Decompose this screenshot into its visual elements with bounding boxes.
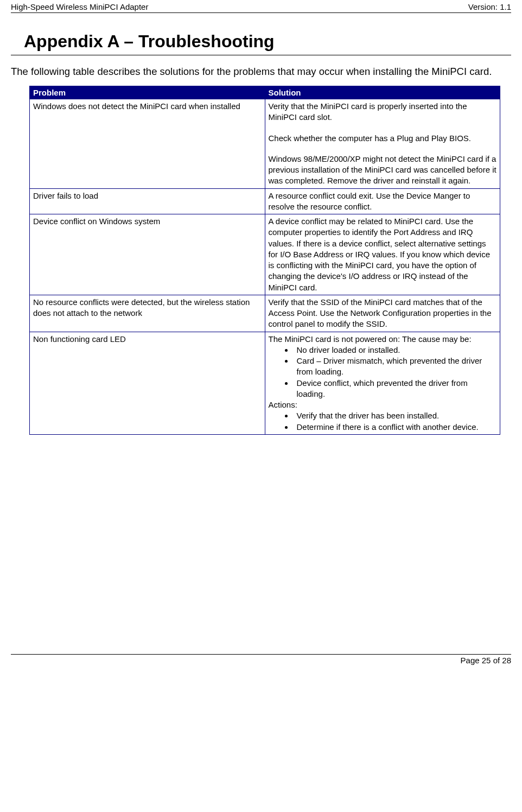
problem-cell: Windows does not detect the MiniPCI card… (30, 99, 265, 189)
solution-cell: A device conflict may be related to Mini… (265, 214, 500, 295)
solution-text: Windows 98/ME/2000/XP might not detect t… (269, 154, 497, 187)
problem-cell: Device conflict on Windows system (30, 214, 265, 295)
solution-cell: A resource conflict could exit. Use the … (265, 188, 500, 214)
solution-cell: Verify that the SSID of the MiniPCI card… (265, 295, 500, 332)
table-row: No resource conflicts were detected, but… (30, 295, 500, 332)
problem-cell: No resource conflicts were detected, but… (30, 295, 265, 332)
table-row: Windows does not detect the MiniPCI card… (30, 99, 500, 189)
solution-text: Check whether the computer has a Plug an… (269, 133, 497, 144)
list-item: Determine if there is a conflict with an… (294, 422, 497, 433)
intro-text: The following table describes the soluti… (11, 65, 511, 78)
col-header-problem: Problem (30, 86, 265, 99)
page-title: Appendix A – Troubleshooting (24, 31, 511, 52)
list-item: Card – Driver mismatch, which prevented … (294, 356, 497, 378)
solution-text: Verity that the MiniPCI card is properly… (269, 101, 497, 123)
header-left: High-Speed Wireless MiniPCI Adapter (11, 2, 148, 11)
list-item: Verify that the driver has been installe… (294, 410, 497, 421)
header-right: Version: 1.1 (468, 2, 511, 11)
solution-text: The MiniPCI card is not powered on: The … (269, 334, 497, 345)
page-footer: Page 25 of 28 (11, 654, 511, 665)
table-row: Device conflict on Windows system A devi… (30, 214, 500, 295)
table-row: Driver fails to load A resource conflict… (30, 188, 500, 214)
solution-cell: Verity that the MiniPCI card is properly… (265, 99, 500, 189)
list-item: Device conflict, which prevented the dri… (294, 378, 497, 400)
troubleshooting-table: Problem Solution Windows does not detect… (29, 86, 500, 435)
actions-label: Actions: (269, 399, 497, 410)
problem-cell: Driver fails to load (30, 188, 265, 214)
list-item: No driver loaded or installed. (294, 345, 497, 356)
col-header-solution: Solution (265, 86, 500, 99)
problem-cell: Non functioning card LED (30, 332, 265, 434)
page-header: High-Speed Wireless MiniPCI Adapter Vers… (11, 0, 511, 13)
table-row: Non functioning card LED The MiniPCI car… (30, 332, 500, 434)
solution-cell: The MiniPCI card is not powered on: The … (265, 332, 500, 434)
